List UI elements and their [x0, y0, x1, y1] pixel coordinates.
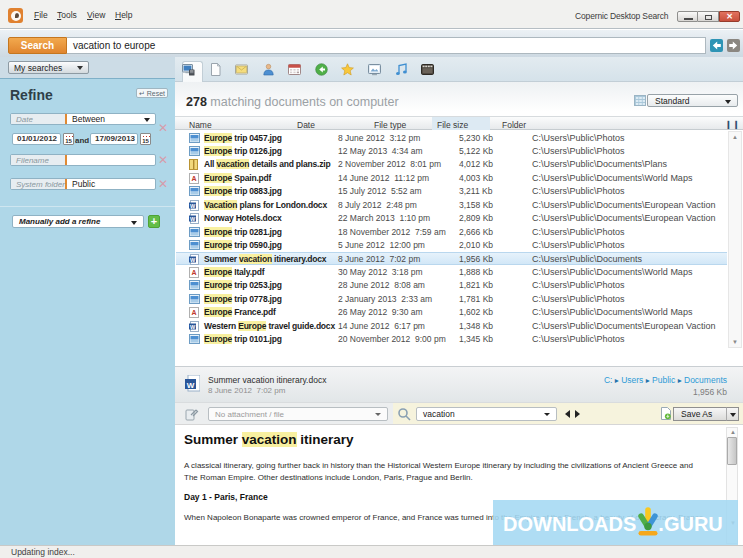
- svg-text:W: W: [187, 381, 195, 390]
- svg-text:W: W: [190, 202, 196, 208]
- svg-text:W: W: [190, 216, 196, 222]
- svg-text:W: W: [190, 323, 196, 329]
- svg-text:A: A: [191, 309, 196, 316]
- svg-text:W: W: [190, 256, 196, 262]
- svg-text:A: A: [191, 175, 196, 182]
- svg-text:A: A: [191, 269, 196, 276]
